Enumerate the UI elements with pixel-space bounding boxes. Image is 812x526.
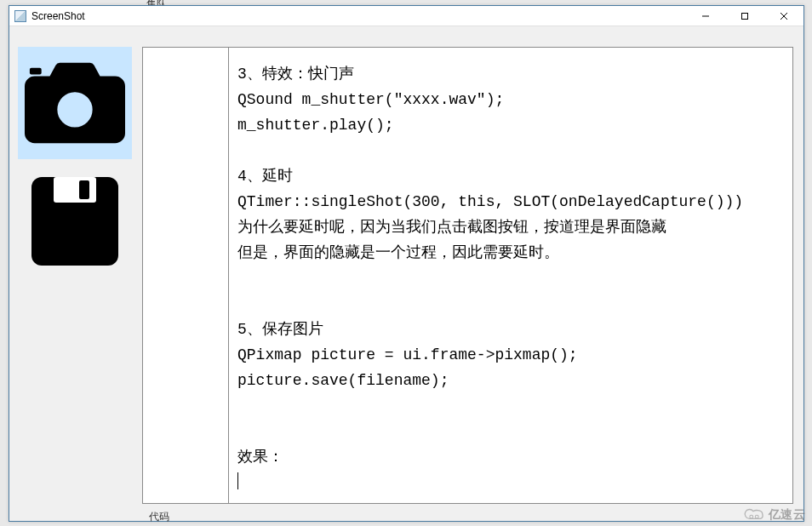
watermark: 亿速云 <box>743 507 806 523</box>
camera-icon <box>25 59 125 147</box>
watermark-text: 亿速云 <box>769 507 806 523</box>
close-button[interactable] <box>764 6 803 26</box>
window-title: ScreenShot <box>31 10 85 22</box>
app-icon <box>14 10 26 22</box>
save-button[interactable] <box>30 174 120 268</box>
maximize-button[interactable] <box>725 6 764 26</box>
sidebar <box>18 47 137 283</box>
svg-point-9 <box>749 515 752 518</box>
svg-rect-7 <box>54 177 96 203</box>
svg-point-10 <box>755 515 758 518</box>
content-frame: 3、特效：快门声 QSound m_shutter("xxxx.wav"); m… <box>142 47 793 504</box>
background-text-bottom: 代码 <box>149 510 169 524</box>
svg-rect-8 <box>79 180 89 199</box>
watermark-logo-icon <box>743 507 765 523</box>
app-window: ScreenShot <box>9 5 804 522</box>
text-caret <box>237 472 238 489</box>
frame-divider <box>228 48 229 503</box>
floppy-disk-icon <box>30 175 120 267</box>
svg-rect-4 <box>30 68 42 75</box>
client-area: 3、特效：快门声 QSound m_shutter("xxxx.wav"); m… <box>9 26 803 521</box>
text-editor[interactable]: 3、特效：快门声 QSound m_shutter("xxxx.wav"); m… <box>237 61 791 501</box>
text-content: 3、特效：快门声 QSound m_shutter("xxxx.wav"); m… <box>237 66 743 466</box>
capture-button[interactable] <box>18 47 132 159</box>
svg-rect-1 <box>742 13 748 19</box>
titlebar[interactable]: ScreenShot <box>9 6 803 26</box>
minimize-button[interactable] <box>686 6 725 26</box>
